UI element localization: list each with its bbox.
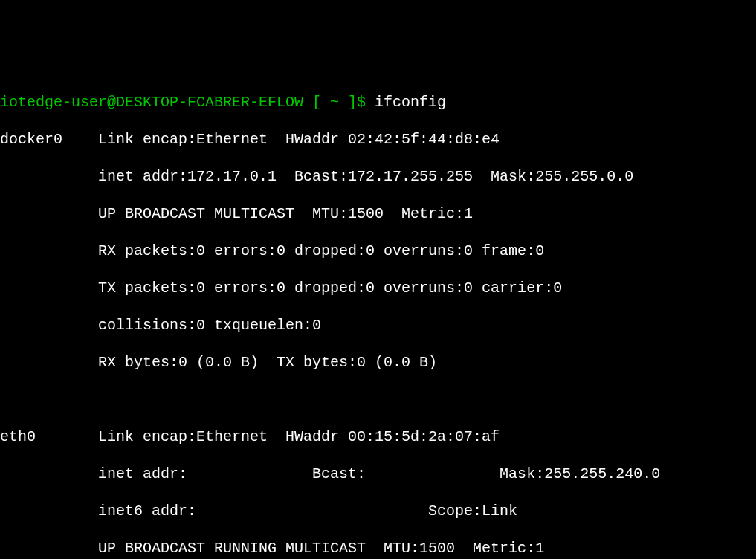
prompt-line: iotedge-user@DESKTOP-FCABRER-EFLOW [ ~ ]…: [0, 93, 756, 112]
iface-detail: RX packets:0 errors:0 dropped:0 overruns…: [98, 242, 544, 259]
iface-line: UP BROADCAST MULTICAST MTU:1500 Metric:1: [0, 204, 756, 223]
iface-detail: inet addr:172.17.0.1 Bcast:172.17.255.25…: [98, 168, 633, 185]
iface-line: inet addr:172.17.0.1 Bcast:172.17.255.25…: [0, 167, 756, 186]
iface-line: inet addr: Bcast: Mask:255.255.240.0: [0, 465, 756, 483]
iface-line: RX packets:0 errors:0 dropped:0 overruns…: [0, 242, 756, 260]
iface-detail: collisions:0 txqueuelen:0: [98, 317, 321, 334]
iface-line: eth0 Link encap:Ethernet HWaddr 00:15:5d…: [0, 427, 756, 446]
blank-line: [0, 390, 756, 409]
iface-line: UP BROADCAST RUNNING MULTICAST MTU:1500 …: [0, 539, 756, 558]
prompt-path: [ ~ ]$: [303, 94, 375, 111]
iface-detail: UP BROADCAST RUNNING MULTICAST MTU:1500 …: [98, 540, 544, 557]
iface-detail: Link encap:Ethernet HWaddr 02:42:5f:44:d…: [98, 131, 500, 148]
iface-line: docker0 Link encap:Ethernet HWaddr 02:42…: [0, 130, 756, 149]
iface-line: collisions:0 txqueuelen:0: [0, 316, 756, 335]
iface-detail: inet6 addr: Scope:Link: [98, 503, 517, 520]
iface-line: TX packets:0 errors:0 dropped:0 overruns…: [0, 279, 756, 297]
iface-detail: inet addr: Bcast: Mask:255.255.240.0: [98, 465, 660, 482]
terminal-output: iotedge-user@DESKTOP-FCABRER-EFLOW [ ~ ]…: [0, 74, 756, 559]
iface-line: RX bytes:0 (0.0 B) TX bytes:0 (0.0 B): [0, 353, 756, 372]
iface-detail: RX bytes:0 (0.0 B) TX bytes:0 (0.0 B): [98, 354, 437, 371]
iface-detail: UP BROADCAST MULTICAST MTU:1500 Metric:1: [98, 205, 473, 222]
prompt-command[interactable]: ifconfig: [375, 94, 446, 111]
iface-detail: TX packets:0 errors:0 dropped:0 overruns…: [98, 280, 562, 297]
iface-line: inet6 addr: Scope:Link: [0, 502, 756, 520]
iface-name: eth0: [0, 428, 36, 445]
prompt-user-host: iotedge-user@DESKTOP-FCABRER-EFLOW: [0, 94, 303, 111]
iface-name: docker0: [0, 131, 62, 148]
iface-detail: Link encap:Ethernet HWaddr 00:15:5d:2a:0…: [98, 428, 500, 445]
